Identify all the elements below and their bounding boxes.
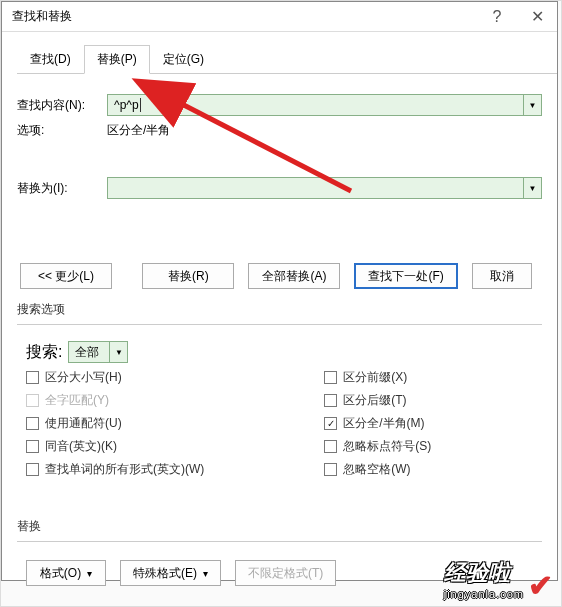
tab-goto[interactable]: 定位(G) xyxy=(150,45,217,74)
watermark: 经验啦 jingyanla.com ✔ xyxy=(444,558,553,600)
find-input-value: ^p^p xyxy=(114,98,139,112)
chevron-down-icon[interactable]: ▼ xyxy=(523,95,541,115)
check-whole-word: 全字匹配(Y) xyxy=(26,392,324,409)
no-format-button: 不限定格式(T) xyxy=(235,560,336,586)
tab-bar: 查找(D) 替换(P) 定位(G) xyxy=(17,44,557,74)
options-value: 区分全/半角 xyxy=(107,122,170,139)
format-group-title: 替换 xyxy=(2,518,557,535)
tab-find[interactable]: 查找(D) xyxy=(17,45,84,74)
check-all-word-forms[interactable]: 查找单词的所有形式(英文)(W) xyxy=(26,461,324,478)
check-sounds-like[interactable]: 同音(英文)(K) xyxy=(26,438,324,455)
search-options-title: 搜索选项 xyxy=(2,301,557,318)
options-label: 选项: xyxy=(17,122,107,139)
search-direction-select[interactable]: 全部 ▼ xyxy=(68,341,128,363)
check-full-half-width[interactable]: 区分全/半角(M) xyxy=(324,415,533,432)
check-ignore-space[interactable]: 忽略空格(W) xyxy=(324,461,533,478)
dialog-title: 查找和替换 xyxy=(2,8,477,25)
format-button[interactable]: 格式(O) xyxy=(26,560,106,586)
help-icon[interactable]: ? xyxy=(477,2,517,32)
find-label: 查找内容(N): xyxy=(17,97,107,114)
find-replace-dialog: 查找和替换 ? ✕ 查找(D) 替换(P) 定位(G) 查找内容(N): ^p^… xyxy=(1,1,558,581)
replace-all-button[interactable]: 全部替换(A) xyxy=(248,263,340,289)
close-icon[interactable]: ✕ xyxy=(517,2,557,32)
replace-label: 替换为(I): xyxy=(17,180,107,197)
text-caret xyxy=(140,98,141,112)
less-button[interactable]: << 更少(L) xyxy=(20,263,112,289)
replace-button[interactable]: 替换(R) xyxy=(142,263,234,289)
chevron-down-icon[interactable]: ▼ xyxy=(109,342,127,362)
check-match-suffix[interactable]: 区分后缀(T) xyxy=(324,392,533,409)
find-next-button[interactable]: 查找下一处(F) xyxy=(354,263,457,289)
chevron-down-icon[interactable]: ▼ xyxy=(523,178,541,198)
replace-input[interactable]: ▼ xyxy=(107,177,542,199)
check-match-prefix[interactable]: 区分前缀(X) xyxy=(324,369,533,386)
cancel-button[interactable]: 取消 xyxy=(472,263,532,289)
check-ignore-punct[interactable]: 忽略标点符号(S) xyxy=(324,438,533,455)
watermark-text: 经验啦 xyxy=(444,558,524,588)
search-direction-value: 全部 xyxy=(75,344,99,361)
watermark-url: jingyanla.com xyxy=(444,588,524,600)
check-match-case[interactable]: 区分大小写(H) xyxy=(26,369,324,386)
tab-replace[interactable]: 替换(P) xyxy=(84,45,150,74)
check-wildcards[interactable]: 使用通配符(U) xyxy=(26,415,324,432)
title-bar: 查找和替换 ? ✕ xyxy=(2,2,557,32)
search-direction-label: 搜索: xyxy=(26,342,62,363)
checkmark-icon: ✔ xyxy=(528,568,553,603)
find-input[interactable]: ^p^p ▼ xyxy=(107,94,542,116)
special-format-button[interactable]: 特殊格式(E) xyxy=(120,560,221,586)
